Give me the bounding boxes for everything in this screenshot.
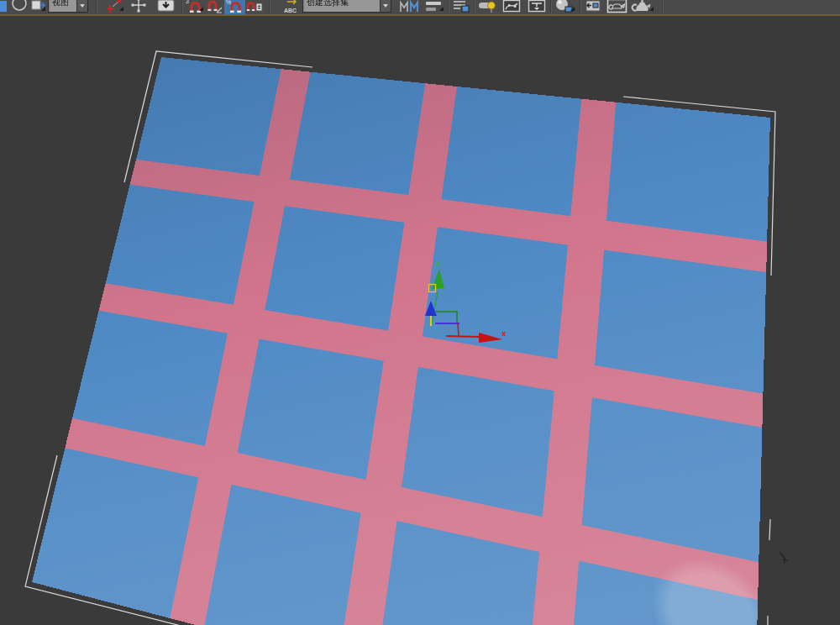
select-and-rotate-button[interactable]: [9, 0, 29, 14]
rendered-frame-icon: [606, 0, 628, 14]
layer-manager-icon: [451, 0, 472, 14]
edit-named-selection-sets-button[interactable]: ABC: [282, 0, 301, 14]
reference-coordinate-system-select[interactable]: 视图: [48, 0, 88, 13]
partial-button[interactable]: [0, 0, 7, 14]
spinner-snap-magnet-icon: [246, 0, 263, 14]
curve-editor-button[interactable]: [501, 0, 522, 14]
perspective-viewport[interactable]: y x: [0, 16, 840, 625]
mouse-cursor: [780, 552, 786, 563]
render-setup-icon: [583, 0, 603, 14]
svg-text:ABC: ABC: [284, 8, 297, 13]
plane-object[interactable]: [32, 57, 770, 625]
curve-editor-icon: [501, 0, 522, 14]
toolbar-separator: [269, 0, 270, 14]
toolbar-separator: [181, 0, 183, 14]
material-editor-icon: [554, 0, 575, 14]
schematic-view-button[interactable]: [527, 0, 548, 14]
keyboard-override-button[interactable]: [155, 0, 177, 14]
toolbar-separator: [448, 0, 449, 14]
render-setup-button[interactable]: [583, 0, 603, 14]
dropdown-arrow-icon[interactable]: [380, 0, 391, 12]
mirror-button[interactable]: [398, 0, 420, 14]
toolbar-separator: [550, 0, 552, 14]
named-selection-sets-value: 创建选择集: [303, 0, 391, 13]
partial-blue-icon: [0, 1, 7, 12]
align-button[interactable]: [423, 0, 444, 14]
ribbon-toggle-button[interactable]: [477, 0, 497, 14]
percent-snap-magnet-icon: %: [224, 0, 245, 14]
rotate-circle-icon: [9, 0, 29, 14]
angle-snap-magnet-icon: [206, 0, 223, 14]
toolbar-separator: [580, 0, 581, 14]
manipulate-icon: [128, 0, 150, 14]
rendered-frame-window-button[interactable]: [606, 0, 628, 14]
pivot-center-icon: [106, 0, 124, 14]
toolbar-bottom-rule: [0, 14, 840, 16]
edit-named-sets-icon: ABC: [282, 0, 301, 14]
svg-text:3: 3: [186, 0, 189, 4]
toolbar-separator: [474, 0, 475, 14]
keyboard-override-icon: [155, 0, 177, 14]
select-and-manipulate-button[interactable]: [128, 0, 150, 14]
angle-snap-button[interactable]: [206, 0, 223, 14]
ribbon-toggle-icon: [477, 0, 497, 14]
schematic-view-icon: [527, 0, 548, 14]
toolbar-separator: [96, 0, 97, 14]
named-selection-sets-select[interactable]: 创建选择集: [302, 0, 391, 13]
use-pivot-center-button[interactable]: [106, 0, 124, 14]
percent-snap-button[interactable]: %: [224, 0, 245, 14]
snap-3d-magnet-icon: 3: [185, 0, 204, 14]
snaps-toggle-button[interactable]: 3: [185, 0, 204, 14]
spinner-snap-button[interactable]: [246, 0, 263, 14]
dropdown-arrow-icon[interactable]: [76, 0, 87, 12]
mirror-icon: [398, 0, 420, 14]
layer-manager-button[interactable]: [451, 0, 472, 14]
toolbar-separator: [662, 0, 664, 14]
scale-icon: [30, 0, 46, 14]
render-teapot-icon: [631, 0, 654, 14]
select-and-scale-button[interactable]: [30, 0, 46, 14]
main-toolbar: 视图 3: [0, 0, 840, 14]
render-production-button[interactable]: [631, 0, 654, 14]
svg-text:%: %: [226, 0, 231, 5]
material-editor-button[interactable]: [554, 0, 575, 14]
align-icon: [423, 0, 444, 14]
